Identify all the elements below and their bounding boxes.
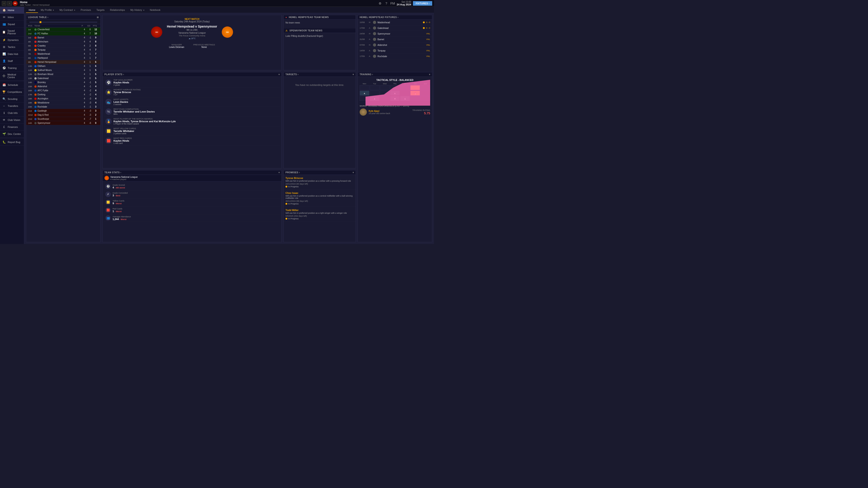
team-name: Aldershot	[37, 85, 47, 88]
fixture-row[interactable]: 17/08 A Gateshead 0 - 0	[358, 25, 432, 31]
table-row[interactable]: 12th Boreham Wood 4 1 5	[26, 72, 100, 76]
targets-header[interactable]: TARGETS › ▾	[284, 72, 355, 77]
table-row[interactable]: 1st Chesterfield 4 8 12	[26, 28, 100, 32]
player-stats-header[interactable]: PLAYER STATS › ▾	[103, 72, 281, 77]
sidebar-item-tactics[interactable]: ⊞ Tactics	[0, 43, 24, 51]
status-dot	[285, 203, 287, 205]
promise-date: 5/5/2025 (254 days left)	[285, 215, 354, 217]
fixture-row[interactable]: 17/09 A Rochdale VNL	[358, 54, 432, 59]
tab-my-profile[interactable]: My Profile ▾	[38, 7, 57, 13]
sidebar-item-dev-centre[interactable]: 🌱 Dev. Centre	[0, 131, 24, 138]
sidebar-item-report-bug[interactable]: 🐛 Report Bug	[0, 139, 24, 146]
promises-expand[interactable]: ▾	[352, 171, 354, 174]
table-row[interactable]: 24th Spennymoor 4 -6 0	[26, 121, 100, 125]
sidebar-item-competitions[interactable]: 🏆 Competitions	[0, 89, 24, 96]
sidebar: 🏠 Home ✉ Inbox 👥 Squad 📋 Squad Planner ⚡…	[0, 7, 24, 244]
sidebar-item-finances[interactable]: £ Finances	[0, 124, 24, 131]
sidebar-item-schedule[interactable]: 📅 Schedule	[0, 82, 24, 89]
table-row[interactable]: 3rd Barnet 4 -1 9	[26, 36, 100, 40]
sidebar-item-home[interactable]: 🏠 Home	[0, 7, 24, 14]
settings-icon[interactable]: ⚙	[378, 1, 382, 6]
table-row[interactable]: 11th Solihull Moors 4 1 5	[26, 68, 100, 72]
tab-relationships[interactable]: Relationships	[107, 7, 128, 13]
forward-button[interactable]: ›	[7, 1, 12, 6]
table-row[interactable]: 2nd FC Halifax 4 7 10	[26, 32, 100, 36]
tab-notebook[interactable]: Notebook	[147, 7, 163, 13]
hemel-news-header[interactable]: ● HEMEL HEMPSTEAD TEAM NEWS	[284, 15, 355, 20]
player-stats-expand[interactable]: ▾	[278, 73, 280, 76]
lt-team: Solihull Moors	[34, 69, 82, 71]
table-row[interactable]: 20th Rochdale 4 -1 3	[26, 105, 100, 109]
squad-planner-icon: 📋	[2, 30, 6, 34]
table-row[interactable]: 6th Torquay 4 4 7	[26, 48, 100, 52]
promises-list: Tyrese Briscoe Will use him in preferred…	[284, 175, 355, 222]
stat-player-name: Tyrese Briscoe	[114, 91, 279, 94]
table-row[interactable]: 9th Hemel Hempstead 4 1 6	[26, 60, 100, 64]
spenny-news-header[interactable]: ⚠ SPENNYMOOR TEAM NEWS	[284, 29, 355, 33]
lt-gd: -1	[87, 85, 93, 88]
sidebar-item-dynamics[interactable]: ⚡ Dynamics	[0, 37, 24, 43]
fixture-row[interactable]: 31/08 A Barnet VNL	[358, 37, 432, 42]
table-row[interactable]: 17th Dorking 4 -2 4	[26, 93, 100, 97]
lt-p: 4	[82, 93, 87, 96]
sidebar-item-staff[interactable]: 👤 Staff	[0, 58, 24, 65]
table-row[interactable]: 5th Crawley 4 2 8	[26, 44, 100, 48]
team-stats-header[interactable]: TEAM STATS › ▾	[103, 170, 281, 175]
table-row[interactable]: 16th AFC Fylde 4 -2 4	[26, 89, 100, 93]
sidebar-item-data-hub[interactable]: 📊 Data Hub	[0, 51, 24, 58]
fixtures-button[interactable]: FIXTURES ›	[413, 1, 432, 6]
sidebar-item-training[interactable]: ⚽ Training	[0, 65, 24, 72]
table-row[interactable]: 15th Aldershot 4 -1 4	[26, 85, 100, 89]
table-row[interactable]: 14th Bromley 4 -1 5	[26, 80, 100, 85]
sidebar-item-inbox[interactable]: ✉ Inbox	[0, 14, 24, 21]
fixture-row[interactable]: 24/08 H Spennymoor VNL	[358, 31, 432, 37]
sidebar-item-scouting[interactable]: 🔍 Scouting	[0, 96, 24, 103]
table-row[interactable]: 21st Eastleigh 4 -3 3	[26, 109, 100, 113]
fixture-row[interactable]: 07/09 H Aldershot VNL	[358, 42, 432, 48]
targets-expand[interactable]: ▾	[352, 73, 354, 76]
stat-value: 1 red card	[114, 142, 279, 144]
fixture-date: 07/09	[360, 44, 368, 46]
table-row[interactable]: 19th Wealdstone 4 -3 4	[26, 101, 100, 105]
team-color-dot	[34, 122, 37, 124]
training-header[interactable]: TRAINING › ▾	[358, 72, 432, 77]
tab-promises[interactable]: Promises	[78, 7, 94, 13]
lt-pos: 23rd	[28, 118, 34, 120]
team-stat-row: 👥 Average Attendance 1,244 - Worst	[103, 214, 281, 222]
table-row[interactable]: 7th Maidenhead 4 1 7	[26, 52, 100, 56]
stat-category: MOST RED CARDS	[114, 137, 279, 139]
table-row[interactable]: 8th Hartlepool 4 1 7	[26, 56, 100, 60]
fixture-ha: A	[369, 55, 372, 57]
tab-my-history[interactable]: My History ▾	[128, 7, 147, 13]
promises-header[interactable]: PROMISES › ▾	[284, 170, 355, 175]
player-stat-row: 🏅 MOST PLAYER OF THE MATCH AWARDS Kaylen…	[103, 117, 281, 126]
table-row[interactable]: 18th Accrington 4 -3 4	[26, 97, 100, 101]
league-table-header[interactable]: LEAGUE TABLE › ⊞	[26, 15, 100, 20]
help-icon[interactable]: ?	[384, 1, 389, 6]
table-row[interactable]: 10th Oldham 4 1 6	[26, 64, 100, 68]
training-expand[interactable]: ▾	[429, 73, 430, 76]
fixture-row[interactable]: 10/08 H Maidenhead 0 - 0	[358, 20, 432, 25]
lt-gd: -1	[87, 81, 93, 84]
team-color-dot	[34, 65, 37, 67]
team-name: Altrincham	[37, 40, 48, 43]
fixture-row[interactable]: 14/09 A Torquay VNL	[358, 48, 432, 54]
tab-home[interactable]: Home	[26, 7, 38, 13]
team-stats-expand[interactable]: ▾	[278, 171, 280, 174]
fixtures-header[interactable]: HEMEL HEMPSTEAD FIXTURES ›	[358, 15, 432, 20]
tab-targets[interactable]: Targets	[94, 7, 107, 13]
table-row[interactable]: 13th Gateshead 4 0 5	[26, 76, 100, 80]
sidebar-item-squad[interactable]: 👥 Squad	[0, 21, 24, 28]
expand-icon[interactable]: ⊞	[97, 16, 99, 19]
sidebar-item-transfers[interactable]: ↔ Transfers	[0, 103, 24, 109]
table-row[interactable]: 4th Altrincham 4 4 8	[26, 40, 100, 44]
sidebar-item-medical[interactable]: ➕ Medical Centre	[0, 72, 24, 80]
sidebar-item-club-vision[interactable]: 👁 Club Vision	[0, 117, 24, 124]
tab-my-contract[interactable]: My Contract ▾	[57, 7, 78, 13]
sidebar-item-club-info[interactable]: ℹ Club Info	[0, 109, 24, 117]
table-row[interactable]: 22nd Dag & Red 4 -3 2	[26, 113, 100, 117]
table-row[interactable]: 23rd Scunthorpe 4 -7 1	[26, 117, 100, 121]
back-button[interactable]: ‹	[2, 1, 6, 6]
sidebar-item-squad-planner[interactable]: 📋 Squad Planner	[0, 28, 24, 37]
tactics-icon: ⊞	[2, 45, 6, 49]
